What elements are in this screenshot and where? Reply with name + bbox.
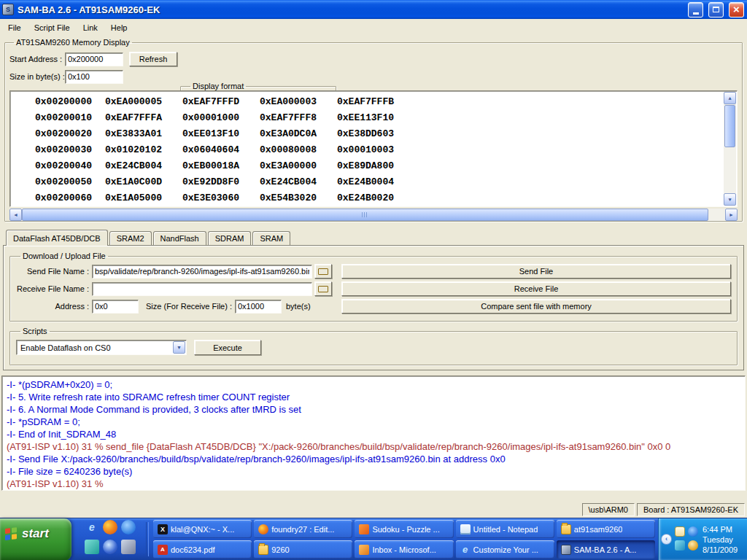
scroll-left-icon[interactable]: [9, 209, 22, 221]
receive-file-button[interactable]: Receive File: [341, 281, 731, 296]
restore-button[interactable]: [708, 2, 724, 18]
dataflash-tab-panel: Download / Upload File Send File Name : …: [3, 245, 744, 370]
row-value: 0xE1A0C00D: [105, 176, 182, 187]
send-file-name-input[interactable]: [92, 265, 312, 279]
vertical-scroll-thumb[interactable]: [724, 105, 735, 147]
start-address-label: Start Address :: [9, 55, 65, 63]
taskbar-item-sudoku[interactable]: Sudoku - Puzzle ...: [355, 520, 453, 538]
log-line: (AT91-ISP v1.10) 31 % send_file {DataFla…: [7, 440, 740, 453]
show-desktop-icon[interactable]: [121, 540, 136, 554]
memory-row: 0x00200000 0xEA000005 0xEAF7FFFD 0xEA000…: [10, 93, 737, 109]
browse-send-file-button[interactable]: [314, 264, 332, 279]
row-value: 0xE1A05000: [105, 192, 182, 203]
address-input[interactable]: [92, 300, 139, 314]
row-value: 0xE24CB004: [260, 176, 337, 187]
script-select[interactable]: Enable Dataflash on CS0: [16, 340, 187, 355]
tray-update-icon[interactable]: [688, 540, 698, 551]
taskbar-item-foundry27[interactable]: foundry27 : Edit...: [254, 520, 352, 538]
messenger-icon[interactable]: [121, 520, 136, 534]
app-icon[interactable]: [2, 4, 14, 15]
momentics-icon[interactable]: [85, 540, 99, 554]
minimize-button[interactable]: [688, 2, 703, 18]
memory-horizontal-scrollbar[interactable]: [9, 209, 738, 221]
browse-receive-file-button[interactable]: [314, 281, 332, 296]
memory-hex-view: 0x00200000 0xEA000005 0xEAF7FFFD 0xEA000…: [9, 90, 738, 207]
row-address: 0x00200060: [35, 192, 105, 203]
row-value: 0xEA000005: [105, 96, 182, 107]
memory-row: 0x00200010 0xEAF7FFFA 0x00001000 0xEAF7F…: [10, 109, 737, 125]
taskbar-item-inbox[interactable]: Inbox - Microsof...: [355, 540, 453, 559]
start-address-input[interactable]: [65, 52, 123, 66]
compare-button[interactable]: Compare sent file with memory: [341, 299, 731, 314]
bytes-label: byte(s): [286, 302, 311, 311]
scroll-up-icon[interactable]: [724, 92, 736, 104]
row-value: 0xEE013F10: [182, 128, 260, 139]
tab-dataflash[interactable]: DataFlash AT45DB/DCB: [6, 230, 108, 246]
taskbar-item-notepad[interactable]: Untitled - Notepad: [456, 520, 554, 538]
receive-file-name-input[interactable]: [92, 282, 312, 296]
row-value: 0xE54B3020: [260, 192, 337, 203]
ie-icon: [460, 545, 471, 555]
tab-sram2[interactable]: SRAM2: [109, 231, 152, 245]
row-value: 0xEAF7FFF8: [260, 112, 337, 123]
scripts-legend: Scripts: [20, 327, 50, 335]
size-in-bytes-input[interactable]: [65, 70, 123, 84]
sudoku-icon: [359, 524, 369, 534]
size-for-receive-input[interactable]: [235, 300, 282, 314]
start-button[interactable]: start: [0, 518, 71, 560]
menu-link[interactable]: Link: [77, 20, 104, 35]
execute-button[interactable]: Execute: [194, 340, 261, 355]
size-for-receive-label: Size (For Receive File) :: [144, 302, 232, 311]
taskbar-item-9260-folder[interactable]: 9260: [254, 540, 352, 559]
log-line: -I- File size = 6240236 byte(s): [7, 465, 740, 478]
scroll-right-icon[interactable]: [725, 209, 738, 221]
menubar: File Script File Link Help: [0, 19, 747, 36]
menu-file[interactable]: File: [1, 20, 28, 35]
tray-network-icon[interactable]: [675, 540, 685, 551]
window-title: SAM-BA 2.6 - AT91SAM9260-EK: [18, 4, 683, 15]
log-line: -I- Send File X:/pack-9260/branches/buil…: [7, 453, 740, 465]
tab-sram[interactable]: SRAM: [252, 231, 290, 245]
xterm-icon: [158, 524, 168, 534]
row-value: 0x00001000: [182, 112, 260, 123]
console-log[interactable]: -I- *(pSDRAM+0x20) = 0; -I- 5. Write ref…: [1, 376, 746, 491]
chevron-down-icon[interactable]: [173, 341, 185, 354]
close-button[interactable]: [729, 2, 744, 18]
tray-messenger-icon[interactable]: [688, 526, 698, 537]
tray-time: 6:44 PM: [703, 524, 738, 534]
row-value: 0xE92DD8F0: [182, 176, 260, 187]
tray-clock[interactable]: 6:44 PM Tuesday 8/11/2009: [703, 524, 738, 555]
media-player-icon[interactable]: [103, 540, 117, 554]
taskbar-item-qnx-terminal[interactable]: klal@QNX:~ - X...: [153, 520, 252, 538]
script-select-value: Enable Dataflash on CS0: [20, 343, 111, 352]
tab-nandflash[interactable]: NandFlash: [153, 231, 206, 245]
notepad-icon: [460, 524, 471, 534]
row-value: 0xE89DA800: [337, 160, 414, 171]
row-value: 0xE3A00000: [260, 160, 337, 171]
menu-help[interactable]: Help: [104, 20, 134, 35]
row-value: 0xE3A0DC0A: [260, 128, 337, 139]
tab-sdram[interactable]: SDRAM: [208, 231, 252, 245]
log-line: -I- *pSDRAM = 0;: [7, 416, 740, 428]
folder-open-icon: [318, 286, 328, 292]
menu-script-file[interactable]: Script File: [28, 20, 77, 35]
row-address: 0x00200010: [35, 112, 105, 123]
row-value: 0xE24B0020: [337, 192, 414, 203]
refresh-button[interactable]: Refresh: [129, 52, 177, 66]
ie-icon[interactable]: [85, 520, 99, 534]
memory-region-tabs: DataFlash AT45DB/DCB SRAM2 NandFlash SDR…: [6, 229, 747, 245]
scroll-down-icon[interactable]: [724, 193, 736, 206]
horizontal-scroll-thumb[interactable]: [22, 209, 708, 221]
chevron-left-icon[interactable]: [661, 534, 672, 545]
firefox-icon[interactable]: [103, 520, 117, 534]
taskbar-item-samba-active[interactable]: SAM-BA 2.6 - A...: [557, 540, 655, 559]
receive-file-name-label: Receive File Name :: [16, 284, 89, 293]
taskbar-item-pdf[interactable]: doc6234.pdf: [153, 540, 252, 559]
memory-vertical-scrollbar[interactable]: [724, 92, 736, 206]
taskbar-item-at91sam9260-folder[interactable]: at91sam9260: [557, 520, 655, 538]
statusbar: \usb\ARM0 Board : AT91SAM9260-EK: [0, 502, 747, 518]
tray-calendar-icon[interactable]: [675, 526, 685, 537]
taskbar-item-browser[interactable]: Customize Your ...: [456, 540, 554, 559]
send-file-button[interactable]: Send File: [341, 264, 731, 279]
row-value: 0xEE113F10: [337, 112, 414, 123]
